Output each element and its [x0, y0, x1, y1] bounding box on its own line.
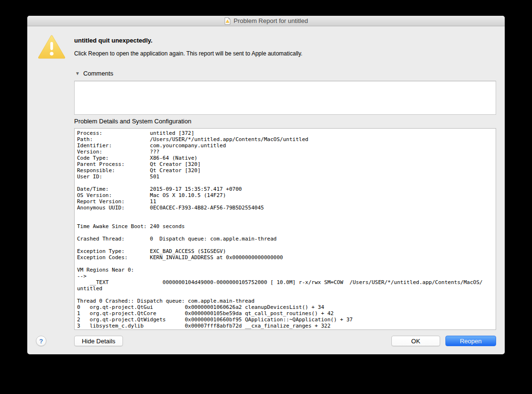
warning-triangle-icon: [37, 34, 66, 61]
problem-details-pane[interactable]: Process: untitled [372] Path: /Users/USE…: [74, 128, 496, 330]
hide-details-button[interactable]: Hide Details: [74, 336, 123, 346]
details-section-label: Problem Details and System Configuration: [74, 118, 191, 125]
crash-report-text: Process: untitled [372] Path: /Users/USE…: [75, 129, 496, 330]
problem-report-window: Problem Report for untitled untitled qui…: [27, 16, 505, 354]
disclosure-triangle-icon[interactable]: ▼: [75, 71, 80, 76]
crash-headline: untitled quit unexpectedly.: [74, 37, 153, 44]
titlebar[interactable]: Problem Report for untitled: [27, 16, 505, 26]
help-button[interactable]: ?: [36, 336, 46, 346]
reopen-button[interactable]: Reopen: [445, 336, 496, 346]
ok-button[interactable]: OK: [391, 336, 440, 346]
problem-report-document-icon: [224, 17, 231, 25]
crash-message: Click Reopen to open the application aga…: [74, 50, 302, 57]
window-title: Problem Report for untitled: [233, 17, 308, 24]
comments-input[interactable]: [74, 81, 496, 115]
comments-label: Comments: [83, 70, 113, 77]
comments-disclosure-row[interactable]: ▼ Comments: [75, 70, 113, 77]
